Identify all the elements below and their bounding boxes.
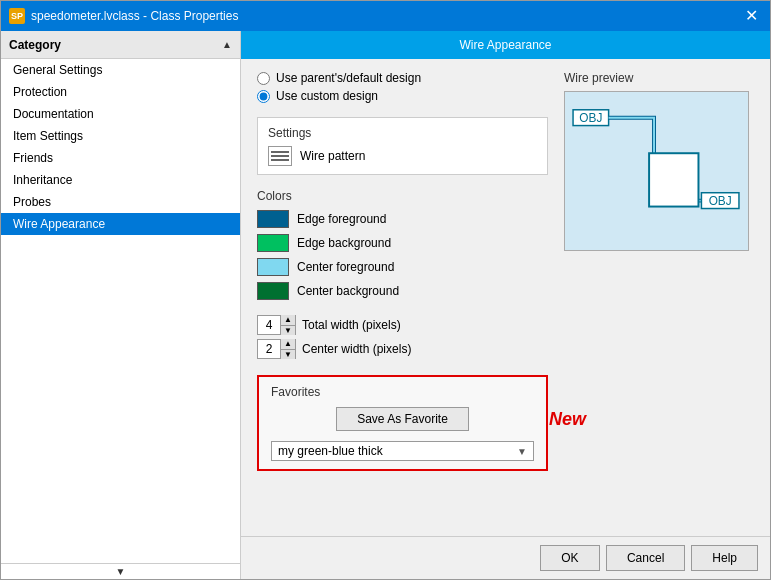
edge-background-swatch[interactable] <box>257 234 289 252</box>
title-bar: SP speedometer.lvclass - Class Propertie… <box>1 1 770 31</box>
colors-title: Colors <box>257 189 548 203</box>
favorites-title: Favorites <box>271 385 534 399</box>
radio-custom-input[interactable] <box>257 90 270 103</box>
main-content: Category ▲ General Settings Protection D… <box>1 31 770 579</box>
edge-foreground-label: Edge foreground <box>297 212 386 226</box>
sidebar-header: Category ▲ <box>1 31 240 59</box>
color-row-center-foreground[interactable]: Center foreground <box>257 255 548 279</box>
color-row-edge-background[interactable]: Edge background <box>257 231 548 255</box>
sidebar-scroll-down-btn[interactable]: ▼ <box>116 566 126 577</box>
radio-parent-input[interactable] <box>257 72 270 85</box>
wire-preview-svg: OBJ OBJ <box>565 92 748 250</box>
help-button[interactable]: Help <box>691 545 758 571</box>
right-panel: Wire Appearance Use parent's/default des… <box>241 31 770 579</box>
center-width-spinner[interactable]: ▲ ▼ <box>257 339 296 359</box>
sidebar-item-wire-appearance[interactable]: Wire Appearance <box>1 213 240 235</box>
close-button[interactable]: ✕ <box>741 8 762 24</box>
sidebar-item-protection[interactable]: Protection <box>1 81 240 103</box>
colors-section: Colors Edge foreground Edge background C… <box>257 189 548 303</box>
center-width-down[interactable]: ▼ <box>281 349 295 359</box>
total-width-btns: ▲ ▼ <box>280 315 295 335</box>
footer: OK Cancel Help <box>241 536 770 579</box>
sidebar-item-probes[interactable]: Probes <box>1 191 240 213</box>
preview-area: Wire preview OBJ <box>564 71 754 524</box>
panel-title: Wire Appearance <box>459 38 551 52</box>
center-background-swatch[interactable] <box>257 282 289 300</box>
center-width-label: Center width (pixels) <box>302 342 411 356</box>
radio-parent-row[interactable]: Use parent's/default design <box>257 71 548 85</box>
color-row-edge-foreground[interactable]: Edge foreground <box>257 207 548 231</box>
ok-button[interactable]: OK <box>540 545 600 571</box>
radio-custom-row[interactable]: Use custom design <box>257 89 548 103</box>
total-width-input[interactable] <box>258 318 280 332</box>
settings-label: Settings <box>268 126 537 140</box>
favorites-box: Favorites Save As Favorite my green-blue… <box>257 375 548 471</box>
center-foreground-swatch[interactable] <box>257 258 289 276</box>
sidebar-list: General Settings Protection Documentatio… <box>1 59 240 563</box>
cancel-button[interactable]: Cancel <box>606 545 685 571</box>
total-width-up[interactable]: ▲ <box>281 315 295 325</box>
panel-body: Use parent's/default design Use custom d… <box>241 59 770 536</box>
preview-box: OBJ OBJ <box>564 91 749 251</box>
radio-custom-label: Use custom design <box>276 89 378 103</box>
center-width-btns: ▲ ▼ <box>280 339 295 359</box>
chevron-down-icon: ▼ <box>517 446 527 457</box>
sidebar-item-inheritance[interactable]: Inheritance <box>1 169 240 191</box>
app-icon: SP <box>9 8 25 24</box>
sidebar-header-label: Category <box>9 38 61 52</box>
total-width-spinner[interactable]: ▲ ▼ <box>257 315 296 335</box>
wire-stripe-2 <box>271 155 289 157</box>
radio-group: Use parent's/default design Use custom d… <box>257 71 548 103</box>
sidebar-item-item-settings[interactable]: Item Settings <box>1 125 240 147</box>
total-width-label: Total width (pixels) <box>302 318 401 332</box>
sidebar-scroll-bottom: ▼ <box>1 563 240 579</box>
center-foreground-label: Center foreground <box>297 260 394 274</box>
total-width-row: ▲ ▼ Total width (pixels) <box>257 315 548 335</box>
center-width-up[interactable]: ▲ <box>281 339 295 349</box>
sidebar-scroll-up[interactable]: ▲ <box>222 39 232 50</box>
panel-header: Wire Appearance <box>241 31 770 59</box>
wire-pattern-label: Wire pattern <box>300 149 365 163</box>
form-area: Use parent's/default design Use custom d… <box>257 71 548 524</box>
edge-foreground-swatch[interactable] <box>257 210 289 228</box>
settings-box: Settings Wire pattern <box>257 117 548 175</box>
edge-background-label: Edge background <box>297 236 391 250</box>
center-width-input[interactable] <box>258 342 280 356</box>
color-row-center-background[interactable]: Center background <box>257 279 548 303</box>
sidebar-item-friends[interactable]: Friends <box>1 147 240 169</box>
svg-text:OBJ: OBJ <box>709 194 732 208</box>
spinner-section: ▲ ▼ Total width (pixels) ▲ <box>257 315 548 359</box>
favorites-selected: my green-blue thick <box>278 444 383 458</box>
main-window: SP speedometer.lvclass - Class Propertie… <box>0 0 771 580</box>
favorites-dropdown[interactable]: my green-blue thick ▼ <box>271 441 534 461</box>
sidebar: Category ▲ General Settings Protection D… <box>1 31 241 579</box>
wire-stripe-3 <box>271 159 289 161</box>
title-bar-left: SP speedometer.lvclass - Class Propertie… <box>9 8 238 24</box>
sidebar-item-general-settings[interactable]: General Settings <box>1 59 240 81</box>
total-width-down[interactable]: ▼ <box>281 325 295 335</box>
svg-text:OBJ: OBJ <box>579 111 602 125</box>
radio-parent-label: Use parent's/default design <box>276 71 421 85</box>
svg-rect-3 <box>649 153 698 206</box>
wire-pattern-swatch[interactable] <box>268 146 292 166</box>
new-badge: New <box>549 409 586 430</box>
window-title: speedometer.lvclass - Class Properties <box>31 9 238 23</box>
wire-pattern-row: Wire pattern <box>268 146 537 166</box>
center-width-row: ▲ ▼ Center width (pixels) <box>257 339 548 359</box>
preview-label: Wire preview <box>564 71 754 85</box>
sidebar-item-documentation[interactable]: Documentation <box>1 103 240 125</box>
wire-stripe-1 <box>271 151 289 153</box>
center-background-label: Center background <box>297 284 399 298</box>
save-favorite-button[interactable]: Save As Favorite <box>336 407 469 431</box>
